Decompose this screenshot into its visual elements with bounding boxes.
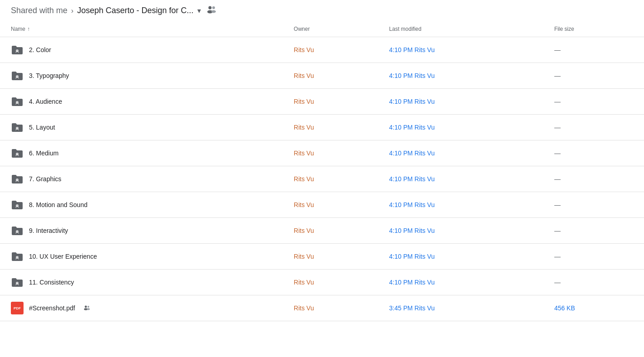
- svg-point-17: [87, 308, 90, 310]
- modified-cell: 3:45 PM Rits Vu: [382, 295, 547, 321]
- size-cell: —: [547, 166, 644, 192]
- column-header-name[interactable]: Name ↑: [0, 21, 286, 37]
- modified-cell: 4:10 PM Rits Vu: [382, 192, 547, 218]
- size-cell: —: [547, 192, 644, 218]
- modified-cell: 4:10 PM Rits Vu: [382, 244, 547, 270]
- name-cell[interactable]: 11. Consistency: [0, 270, 286, 295]
- svg-point-16: [87, 306, 89, 308]
- table-row[interactable]: 4. Audience Rits Vu 4:10 PM Rits Vu —: [0, 89, 644, 115]
- modified-cell: 4:10 PM Rits Vu: [382, 270, 547, 295]
- modified-cell: 4:10 PM Rits Vu: [382, 115, 547, 140]
- folder-shared-icon: [11, 276, 24, 289]
- size-cell: —: [547, 89, 644, 115]
- owner-cell: Rits Vu: [286, 115, 382, 140]
- file-name-label: 5. Layout: [29, 124, 55, 131]
- folder-shared-icon: [11, 121, 24, 134]
- breadcrumb-dropdown-icon[interactable]: ▾: [197, 6, 201, 15]
- name-cell[interactable]: 6. Medium: [0, 140, 286, 166]
- folder-shared-icon: [11, 69, 24, 82]
- table-row[interactable]: 11. Consistency Rits Vu 4:10 PM Rits Vu …: [0, 270, 644, 295]
- table-row[interactable]: 2. Color Rits Vu 4:10 PM Rits Vu —: [0, 37, 644, 63]
- modified-cell: 4:10 PM Rits Vu: [382, 218, 547, 244]
- breadcrumb: Shared with me › Joseph Caserto - Design…: [0, 0, 644, 21]
- table-row[interactable]: 3. Typography Rits Vu 4:10 PM Rits Vu —: [0, 63, 644, 89]
- file-name-label: 7. Graphics: [29, 175, 62, 183]
- modified-cell: 4:10 PM Rits Vu: [382, 140, 547, 166]
- breadcrumb-people-icon[interactable]: [206, 5, 216, 16]
- name-cell[interactable]: 2. Color: [0, 37, 286, 63]
- folder-shared-icon: [11, 250, 24, 263]
- size-cell: —: [547, 244, 644, 270]
- folder-shared-icon: [11, 43, 24, 56]
- modified-cell: 4:10 PM Rits Vu: [382, 89, 547, 115]
- table-header-row: Name ↑ Owner Last modified File size: [0, 21, 644, 37]
- size-cell: —: [547, 140, 644, 166]
- svg-point-2: [212, 6, 215, 9]
- table-row[interactable]: 6. Medium Rits Vu 4:10 PM Rits Vu —: [0, 140, 644, 166]
- folder-shared-icon: [11, 173, 24, 185]
- size-cell: —: [547, 37, 644, 63]
- name-cell[interactable]: 7. Graphics: [0, 166, 286, 192]
- owner-cell: Rits Vu: [286, 63, 382, 89]
- name-cell[interactable]: PDF #Screenshot.pdf: [0, 295, 286, 321]
- table-row[interactable]: 8. Motion and Sound Rits Vu 4:10 PM Rits…: [0, 192, 644, 218]
- column-header-last-modified[interactable]: Last modified: [382, 21, 547, 37]
- modified-cell: 4:10 PM Rits Vu: [382, 63, 547, 89]
- name-cell[interactable]: 10. UX User Experience: [0, 244, 286, 270]
- file-name-label: 8. Motion and Sound: [29, 201, 87, 208]
- svg-point-0: [208, 6, 211, 10]
- file-name-label: 3. Typography: [29, 72, 69, 79]
- size-cell: 456 KB: [547, 295, 644, 321]
- table-row[interactable]: PDF #Screenshot.pdf Rits Vu 3:45 PM Rits…: [0, 295, 644, 321]
- owner-cell: Rits Vu: [286, 37, 382, 63]
- folder-shared-icon: [11, 95, 24, 108]
- size-cell: —: [547, 218, 644, 244]
- svg-point-14: [85, 305, 87, 308]
- owner-cell: Rits Vu: [286, 270, 382, 295]
- owner-cell: Rits Vu: [286, 166, 382, 192]
- name-cell[interactable]: 4. Audience: [0, 89, 286, 115]
- folder-shared-icon: [11, 147, 24, 159]
- name-cell[interactable]: 5. Layout: [0, 115, 286, 140]
- file-name-label: 10. UX User Experience: [29, 253, 97, 260]
- breadcrumb-chevron-icon: ›: [71, 7, 73, 15]
- svg-point-3: [211, 10, 216, 13]
- table-row[interactable]: 10. UX User Experience Rits Vu 4:10 PM R…: [0, 244, 644, 270]
- size-cell: —: [547, 270, 644, 295]
- sort-arrow-icon: ↑: [27, 26, 30, 32]
- pdf-icon: PDF: [11, 302, 24, 314]
- file-name-label: 4. Audience: [29, 98, 62, 105]
- modified-cell: 4:10 PM Rits Vu: [382, 166, 547, 192]
- file-name-label: 9. Interactivity: [29, 227, 68, 234]
- owner-cell: Rits Vu: [286, 218, 382, 244]
- size-cell: —: [547, 115, 644, 140]
- breadcrumb-shared-link[interactable]: Shared with me: [11, 6, 67, 15]
- shared-indicator-icon: [83, 305, 91, 312]
- file-table: Name ↑ Owner Last modified File size 2. …: [0, 21, 644, 321]
- table-row[interactable]: 9. Interactivity Rits Vu 4:10 PM Rits Vu…: [0, 218, 644, 244]
- modified-cell: 4:10 PM Rits Vu: [382, 37, 547, 63]
- name-cell[interactable]: 3. Typography: [0, 63, 286, 89]
- folder-shared-icon: [11, 224, 24, 237]
- file-name-label: 2. Color: [29, 46, 51, 53]
- name-cell[interactable]: 8. Motion and Sound: [0, 192, 286, 218]
- name-cell[interactable]: 9. Interactivity: [0, 218, 286, 244]
- column-header-file-size[interactable]: File size: [547, 21, 644, 37]
- table-row[interactable]: 7. Graphics Rits Vu 4:10 PM Rits Vu —: [0, 166, 644, 192]
- column-header-owner[interactable]: Owner: [286, 21, 382, 37]
- file-name-label: 11. Consistency: [29, 279, 74, 286]
- folder-shared-icon: [11, 198, 24, 211]
- owner-cell: Rits Vu: [286, 295, 382, 321]
- breadcrumb-current-folder: Joseph Caserto - Design for C...: [77, 6, 193, 15]
- size-cell: —: [547, 63, 644, 89]
- owner-cell: Rits Vu: [286, 89, 382, 115]
- table-row[interactable]: 5. Layout Rits Vu 4:10 PM Rits Vu —: [0, 115, 644, 140]
- owner-cell: Rits Vu: [286, 192, 382, 218]
- owner-cell: Rits Vu: [286, 140, 382, 166]
- file-name-label: #Screenshot.pdf: [29, 304, 75, 312]
- owner-cell: Rits Vu: [286, 244, 382, 270]
- file-name-label: 6. Medium: [29, 150, 58, 157]
